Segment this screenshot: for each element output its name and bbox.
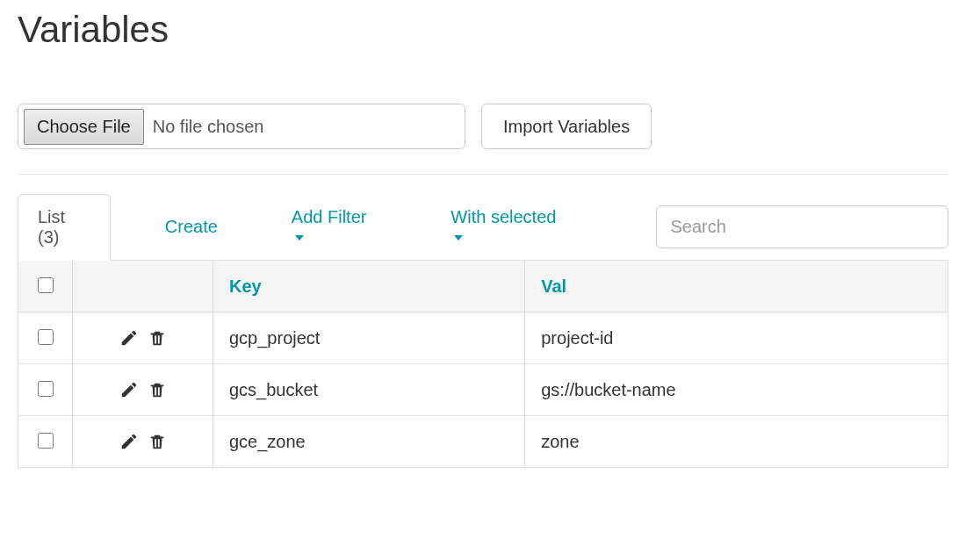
edit-icon[interactable] (119, 432, 139, 451)
edit-icon[interactable] (119, 328, 139, 348)
page-title: Variables (18, 9, 948, 51)
file-status-label: No file chosen (153, 117, 264, 137)
divider (18, 174, 948, 175)
cell-key: gcs_bucket (213, 364, 525, 416)
caret-down-icon (454, 235, 463, 241)
select-all-header (18, 261, 73, 312)
cell-val: project-id (525, 312, 948, 364)
table-row: gcs_bucketgs://bucket-name (18, 364, 948, 416)
import-variables-button[interactable]: Import Variables (481, 104, 652, 149)
row-checkbox[interactable] (38, 329, 54, 345)
edit-icon[interactable] (119, 380, 139, 399)
variables-table: Key Val gcp_projectproject-idgcs_bucketg… (18, 260, 948, 468)
row-checkbox[interactable] (38, 433, 54, 449)
add-filter-label: Add Filter (292, 207, 367, 226)
tab-create[interactable]: Create (146, 205, 237, 249)
table-row: gce_zonezone (18, 416, 948, 468)
cell-val: gs://bucket-name (525, 364, 948, 416)
table-row: gcp_projectproject-id (18, 312, 948, 364)
cell-key: gcp_project (213, 312, 525, 364)
column-header-val[interactable]: Val (525, 261, 948, 312)
tabs-row: List (3) Create Add Filter With selected (18, 194, 948, 260)
delete-icon[interactable] (148, 328, 167, 348)
column-header-key[interactable]: Key (213, 261, 525, 312)
search-input[interactable] (656, 205, 948, 248)
delete-icon[interactable] (148, 432, 167, 451)
import-row: Choose File No file chosen Import Variab… (18, 104, 948, 149)
row-checkbox[interactable] (38, 381, 54, 397)
cell-val: zone (525, 416, 948, 468)
dropdown-add-filter[interactable]: Add Filter (272, 195, 396, 260)
choose-file-button[interactable]: Choose File (24, 109, 144, 145)
dropdown-with-selected[interactable]: With selected (431, 195, 585, 260)
file-input-wrap: Choose File No file chosen (18, 104, 465, 149)
cell-key: gce_zone (213, 416, 525, 468)
actions-header (73, 261, 213, 312)
with-selected-label: With selected (451, 207, 556, 226)
caret-down-icon (295, 235, 304, 241)
tab-list[interactable]: List (3) (18, 194, 111, 261)
delete-icon[interactable] (148, 380, 167, 399)
select-all-checkbox[interactable] (38, 277, 54, 293)
